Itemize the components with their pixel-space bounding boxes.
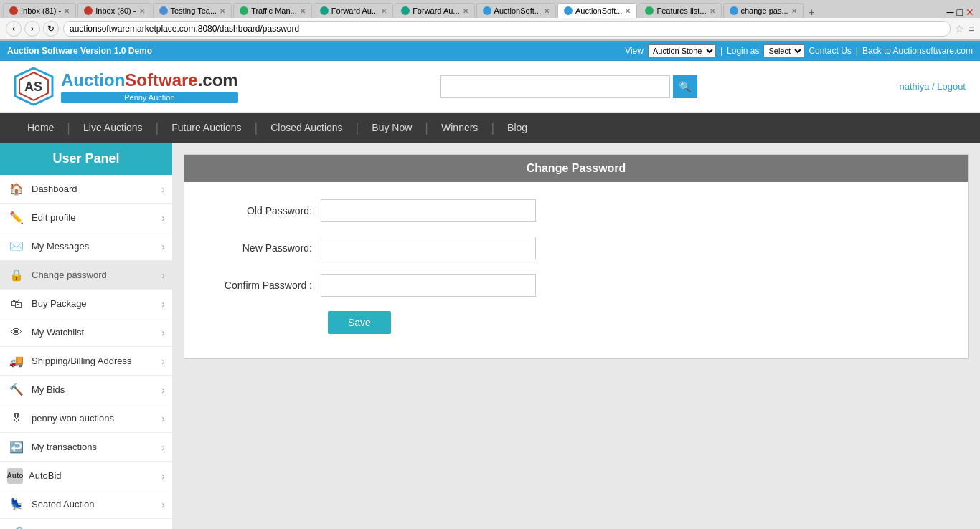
sidebar-label-my-bids: My Bids xyxy=(26,384,161,395)
sidebar-item-buy-package[interactable]: 🛍 Buy Package › xyxy=(0,290,172,318)
watchlist-icon: 👁 xyxy=(7,323,26,342)
search-area: 🔍 xyxy=(440,75,697,98)
new-password-label: New Password: xyxy=(206,242,321,254)
sidebar-item-penny-won[interactable]: 🎖 penny won auctions › xyxy=(0,404,172,433)
refresh-button[interactable]: ↻ xyxy=(43,21,59,37)
view-select[interactable]: Auction Stone xyxy=(648,44,716,57)
back-to-site-link[interactable]: Back to Auctionsoftware.com xyxy=(862,46,973,56)
seated-icon: 💺 xyxy=(7,495,26,514)
arrow-icon: › xyxy=(161,470,165,482)
penny-won-icon: 🎖 xyxy=(7,409,26,428)
sidebar-item-shipping[interactable]: 🚚 Shipping/Billing Address › xyxy=(0,347,172,376)
nav-future-auctions[interactable]: Future Auctions xyxy=(159,113,254,143)
new-tab-button[interactable]: + xyxy=(805,6,819,18)
search-icon: 🔍 xyxy=(679,81,691,92)
arrow-icon: › xyxy=(161,413,165,424)
sidebar-item-my-watchlist[interactable]: 👁 My Watchlist › xyxy=(0,318,172,347)
logo-text-red: Software xyxy=(125,70,197,90)
nav-closed-auctions[interactable]: Closed Auctions xyxy=(258,113,355,143)
arrow-icon: › xyxy=(161,212,165,224)
close-window-button[interactable]: ✕ xyxy=(966,6,974,18)
nav-winners[interactable]: Winners xyxy=(428,113,491,143)
new-password-row: New Password: xyxy=(206,237,946,259)
contact-us-link[interactable]: Contact Us xyxy=(809,46,851,56)
url-bar[interactable] xyxy=(63,21,951,37)
search-input[interactable] xyxy=(440,75,670,98)
forward-button[interactable]: › xyxy=(24,21,40,37)
bids-icon: 🔨 xyxy=(7,381,26,399)
tab-close-icon[interactable]: ✕ xyxy=(463,7,468,15)
nav-blog[interactable]: Blog xyxy=(494,113,540,143)
tab-close-icon[interactable]: ✕ xyxy=(544,7,550,15)
browser-menu-icon[interactable]: ≡ xyxy=(969,23,974,34)
main-nav: Home | Live Auctions | Future Auctions |… xyxy=(0,113,980,143)
tab-features[interactable]: Features list... ✕ xyxy=(639,3,721,18)
arrow-icon: › xyxy=(161,442,165,453)
arrow-icon: › xyxy=(161,356,165,367)
sidebar-item-change-password[interactable]: 🔒 Change password › xyxy=(0,261,172,290)
tab-traffic[interactable]: Traffic Man... ✕ xyxy=(233,3,312,18)
tab-forward1[interactable]: Forward Au... ✕ xyxy=(314,3,393,18)
sidebar-item-dashboard[interactable]: 🏠 Dashboard › xyxy=(0,175,172,204)
login-select[interactable]: Select xyxy=(763,44,804,57)
tab-close-icon[interactable]: ✕ xyxy=(381,7,387,15)
main-panel: Change Password Old Password: New Passwo… xyxy=(172,143,980,529)
sidebar-label-my-transactions: My transactions xyxy=(26,442,161,452)
old-password-input[interactable] xyxy=(321,199,536,222)
tab-forward2[interactable]: Forward Au... ✕ xyxy=(395,3,474,18)
tab-close-icon[interactable]: ✕ xyxy=(220,7,225,15)
arrow-icon: › xyxy=(161,184,165,195)
sidebar-item-autobid[interactable]: Auto AutoBid › xyxy=(0,462,172,490)
logo-text-com: .com xyxy=(198,70,238,90)
old-password-row: Old Password: xyxy=(206,199,946,222)
lock-icon: 🔒 xyxy=(7,266,26,285)
sidebar-item-my-messages[interactable]: ✉️ My Messages › xyxy=(0,232,172,261)
tab-close-icon[interactable]: ✕ xyxy=(300,7,306,15)
sidebar-label-my-messages: My Messages xyxy=(26,241,161,252)
logo-badge: Penny Auction xyxy=(61,92,238,103)
top-bar: Auction Software Version 1.0 Demo View A… xyxy=(0,41,980,61)
login-label: Login as xyxy=(727,46,759,56)
tab-gmail2[interactable]: Inbox (80) - ✕ xyxy=(77,3,151,18)
new-password-input[interactable] xyxy=(321,237,536,259)
minimize-button[interactable]: ─ xyxy=(947,6,954,18)
tab-auction1[interactable]: AuctionSoft... ✕ xyxy=(476,3,556,18)
nav-live-auctions[interactable]: Live Auctions xyxy=(70,113,156,143)
arrow-icon: › xyxy=(161,499,165,510)
arrow-icon: › xyxy=(161,384,165,396)
site-header: AS AuctionSoftware.com Penny Auction 🔍 n… xyxy=(0,61,980,113)
tab-testing[interactable]: Testing Tea... ✕ xyxy=(153,3,232,18)
arrow-icon: › xyxy=(161,298,165,310)
sidebar-label-autobid: AutoBid xyxy=(23,470,161,481)
logo-icon: AS xyxy=(14,67,54,106)
tab-auction2-active[interactable]: AuctionSoft... ✕ xyxy=(557,3,637,18)
sidebar-item-seated-auction[interactable]: 💺 Seated Auction › xyxy=(0,490,172,519)
transactions-icon: ↩️ xyxy=(7,438,26,457)
save-button[interactable]: Save xyxy=(328,311,391,334)
browser-tabs: Inbox (81) - ✕ Inbox (80) - ✕ Testing Te… xyxy=(0,0,980,18)
sidebar-item-edit-profile[interactable]: ✏️ Edit profile › xyxy=(0,204,172,232)
tab-close-icon[interactable]: ✕ xyxy=(625,7,631,15)
back-button[interactable]: ‹ xyxy=(6,21,22,37)
tab-close-icon[interactable]: ✕ xyxy=(64,7,70,15)
browser-chrome: Inbox (81) - ✕ Inbox (80) - ✕ Testing Te… xyxy=(0,0,980,41)
sidebar-label-dashboard: Dashboard xyxy=(26,184,161,194)
tab-gmail1[interactable]: Inbox (81) - ✕ xyxy=(3,3,76,18)
bookmark-icon[interactable]: ☆ xyxy=(955,23,964,34)
confirm-password-input[interactable] xyxy=(321,274,536,297)
tab-close-icon[interactable]: ✕ xyxy=(139,7,145,15)
sidebar-item-referral[interactable]: 🔗 Referral › xyxy=(0,519,172,529)
nav-buy-now[interactable]: Buy Now xyxy=(359,113,425,143)
separator: | xyxy=(720,46,722,56)
tab-close-icon[interactable]: ✕ xyxy=(791,7,797,15)
tab-close-icon[interactable]: ✕ xyxy=(710,7,715,15)
sidebar-item-my-bids[interactable]: 🔨 My Bids › xyxy=(0,376,172,404)
buy-package-icon: 🛍 xyxy=(7,295,26,313)
logout-link[interactable]: nathiya / Logout xyxy=(899,81,966,92)
nav-home[interactable]: Home xyxy=(14,113,67,143)
sidebar-item-my-transactions[interactable]: ↩️ My transactions › xyxy=(0,433,172,462)
browser-address-bar: ‹ › ↻ ☆ ≡ xyxy=(0,18,980,40)
tab-change-pass[interactable]: change pas... ✕ xyxy=(723,3,804,18)
maximize-button[interactable]: □ xyxy=(957,6,963,18)
search-button[interactable]: 🔍 xyxy=(673,75,697,98)
